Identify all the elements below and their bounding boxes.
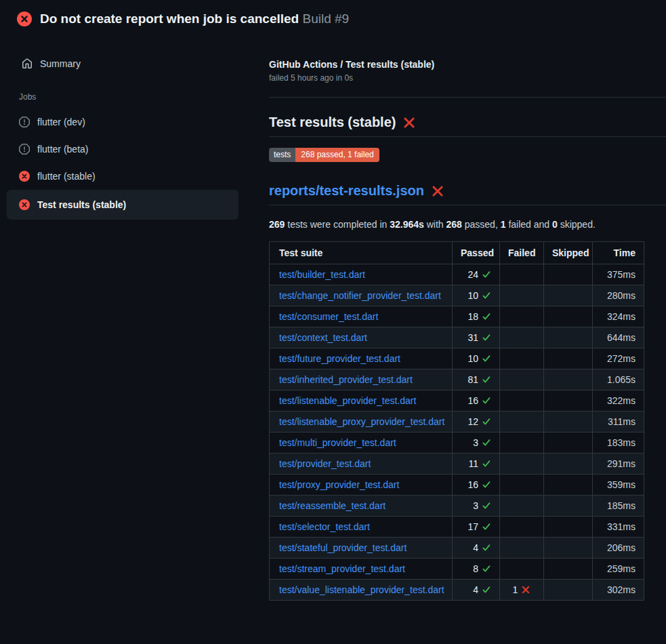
red-x-icon xyxy=(521,585,530,595)
passed-cell: 10 xyxy=(453,348,500,369)
test-suite-link[interactable]: test/stream_provider_test.dart xyxy=(279,563,405,574)
failed-cell xyxy=(500,390,544,411)
test-suite-link[interactable]: test/proxy_provider_test.dart xyxy=(279,479,399,490)
test-time: 311ms xyxy=(593,411,644,432)
skipped-cell xyxy=(544,306,593,327)
test-results-table: Test suite Passed Failed Skipped Time te… xyxy=(269,241,644,601)
main-content: GitHub Actions / Test results (stable) f… xyxy=(262,38,666,601)
sidebar-job-label: flutter (stable) xyxy=(37,171,96,182)
check-breadcrumb: GitHub Actions / Test results (stable) xyxy=(269,59,666,70)
sidebar-job-item[interactable]: flutter (stable) xyxy=(7,163,238,190)
report-file-link[interactable]: reports/test-results.json xyxy=(269,183,424,199)
test-suite-link[interactable]: test/change_notifier_provider_test.dart xyxy=(279,290,441,301)
failed-cell xyxy=(500,348,544,369)
home-icon xyxy=(22,58,33,69)
section-heading-text: Test results (stable) xyxy=(269,115,396,130)
test-suite-link[interactable]: test/context_test.dart xyxy=(279,332,367,343)
test-time: 272ms xyxy=(593,348,644,369)
green-check-icon xyxy=(482,585,491,595)
test-suite-link[interactable]: test/inherited_provider_test.dart xyxy=(279,374,413,385)
passed-cell: 3 xyxy=(453,496,500,517)
passed-cell: 4 xyxy=(453,580,500,601)
summary-label: Summary xyxy=(40,58,81,69)
test-suite-link[interactable]: test/consumer_test.dart xyxy=(279,311,378,322)
sidebar-job-label: flutter (dev) xyxy=(37,117,85,127)
test-suite-link[interactable]: test/multi_provider_test.dart xyxy=(279,437,396,448)
skipped-count: 0 xyxy=(552,219,558,230)
stop-icon xyxy=(19,144,30,155)
summary-sentence: 269 tests were completed in 32.964s with… xyxy=(269,219,666,230)
failed-cell xyxy=(500,327,544,348)
test-suite-link[interactable]: test/reassemble_test.dart xyxy=(279,500,386,511)
jobs-list: flutter (dev) flutter (beta) flutter (st… xyxy=(7,108,262,220)
test-time: 259ms xyxy=(593,559,644,580)
skipped-cell xyxy=(544,538,593,559)
passed-cell: 31 xyxy=(453,327,500,348)
green-check-icon xyxy=(482,333,491,342)
sidebar-job-item[interactable]: flutter (dev) xyxy=(7,108,238,136)
test-suite-link[interactable]: test/value_listenable_provider_test.dart xyxy=(279,584,444,595)
test-suite-link[interactable]: test/listenable_proxy_provider_test.dart xyxy=(279,416,444,427)
test-time: 644ms xyxy=(593,327,644,348)
table-row: test/listenable_proxy_provider_test.dart… xyxy=(270,411,644,432)
skipped-cell xyxy=(544,264,593,285)
stop-icon xyxy=(19,117,30,127)
passed-cell: 3 xyxy=(453,432,500,454)
check-status-line: failed 5 hours ago in 0s xyxy=(269,73,666,83)
test-time: 302ms xyxy=(593,580,644,601)
x-circle-icon xyxy=(19,171,30,182)
x-circle-icon xyxy=(19,199,30,210)
table-row: test/context_test.dart 31 644ms xyxy=(270,327,644,348)
test-time: 359ms xyxy=(593,475,644,496)
sidebar-job-label: flutter (beta) xyxy=(37,144,88,155)
sidebar-job-item[interactable]: flutter (beta) xyxy=(7,136,238,163)
table-row: test/future_provider_test.dart 10 272ms xyxy=(270,348,644,369)
test-time: 331ms xyxy=(593,517,644,538)
table-row: test/value_listenable_provider_test.dart… xyxy=(270,580,644,601)
run-title-text: Do not create report when job is cancell… xyxy=(40,12,299,26)
failed-cell: 1 xyxy=(500,580,544,601)
test-time: 324ms xyxy=(593,306,644,327)
run-failed-icon xyxy=(17,12,32,26)
table-row: test/inherited_provider_test.dart 81 1.0… xyxy=(270,369,644,390)
skipped-cell xyxy=(544,369,593,390)
test-time: 1.065s xyxy=(593,369,644,390)
test-suite-link[interactable]: test/stateful_provider_test.dart xyxy=(279,542,407,553)
table-row: test/stream_provider_test.dart 8 259ms xyxy=(270,559,644,580)
test-suite-link[interactable]: test/listenable_provider_test.dart xyxy=(279,395,416,406)
green-check-icon xyxy=(482,312,491,321)
passed-cell: 11 xyxy=(453,454,500,475)
skipped-cell xyxy=(544,432,593,454)
failed-cell xyxy=(500,369,544,390)
col-header-time: Time xyxy=(593,242,644,264)
test-suite-link[interactable]: test/future_provider_test.dart xyxy=(279,353,400,364)
skipped-cell xyxy=(544,580,593,601)
sidebar-item-summary[interactable]: Summary xyxy=(7,53,262,75)
green-check-icon xyxy=(482,501,491,510)
badge-value: 268 passed, 1 failed xyxy=(295,148,379,162)
green-check-icon xyxy=(482,522,491,531)
table-row: test/stateful_provider_test.dart 4 206ms xyxy=(270,538,644,559)
section-heading: Test results (stable) xyxy=(269,115,666,137)
green-check-icon xyxy=(482,417,491,426)
test-suite-link[interactable]: test/provider_test.dart xyxy=(279,458,371,469)
sidebar-job-item[interactable]: Test results (stable) xyxy=(7,190,238,220)
skipped-cell xyxy=(544,327,593,348)
green-check-icon xyxy=(482,480,491,489)
test-suite-link[interactable]: test/builder_test.dart xyxy=(279,269,365,280)
skipped-cell xyxy=(544,390,593,411)
test-time: 280ms xyxy=(593,285,644,306)
green-check-icon xyxy=(482,396,491,405)
build-number: Build #9 xyxy=(302,12,349,26)
green-check-icon xyxy=(482,564,491,573)
passed-cell: 16 xyxy=(453,390,500,411)
jobs-heading: Jobs xyxy=(19,92,262,102)
test-time: 206ms xyxy=(593,538,644,559)
green-check-icon xyxy=(482,270,491,279)
test-time: 185ms xyxy=(593,496,644,517)
total-count: 269 xyxy=(269,219,285,230)
test-time: 291ms xyxy=(593,454,644,475)
table-row: test/selector_test.dart 17 331ms xyxy=(270,517,644,538)
test-suite-link[interactable]: test/selector_test.dart xyxy=(279,521,370,532)
failed-cell xyxy=(500,559,544,580)
